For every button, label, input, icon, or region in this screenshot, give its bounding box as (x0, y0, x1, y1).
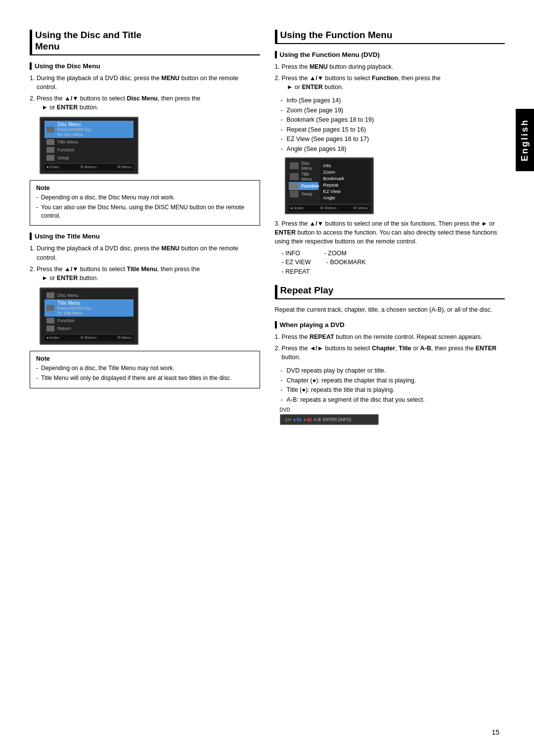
disc-note-item2: You can also use the Disc Menu, using th… (36, 203, 254, 220)
func-info-item: Info (323, 162, 367, 169)
disc-menu-screen-bottom: ● Enter ⑤ Return ⑩ Menu (44, 163, 134, 170)
when-playing-dvd-subheader: When playing a DVD (275, 321, 505, 329)
title-menu-note: Note Depending on a disc, the Title Menu… (30, 351, 260, 388)
repeat-sub2: Chapter (●): repeats the chapter that is… (281, 377, 505, 385)
title-menu-screen: Disc Menu Title Menu Press ENTER key for… (40, 287, 138, 345)
title-note-item1: Depending on a disc, the Title Menu may … (36, 364, 254, 373)
disc-menu-row-discmenu: Disc Menu Press ENTER key for Disc Menu (44, 121, 134, 138)
disc-menu-note-list: Depending on a disc, the Disc Menu may n… (36, 193, 254, 220)
func-row-discmenu: Disc Menu (289, 160, 318, 171)
title-icon (46, 139, 54, 145)
disc-icon2 (46, 292, 54, 298)
function-icon (46, 147, 54, 153)
title-menu-step1: 1. During the playback of a DVD disc, pr… (30, 244, 260, 262)
func-angle-item: Angle (323, 194, 367, 201)
repeat-dvd-screen: CH ● 01 ● 01 A-B ENTER (INFO) (280, 414, 379, 425)
func-repeat-item: Repeat (323, 182, 367, 188)
return-icon (46, 326, 54, 331)
func-menu-step2: 2. Press the ▲/▼ buttons to select Funct… (275, 74, 505, 92)
disc-menu-row-function: Function (44, 146, 134, 154)
repeat-play-section-header: Repeat Play (275, 285, 505, 299)
func-menu-dvd-steps: 1. Press the MENU button during playback… (275, 62, 505, 92)
disc-menu-row-titlemenu: Title Menu (44, 138, 134, 146)
func-menu-dvd-subheader: Using the Function Menu (DVD) (275, 51, 505, 58)
repeat-dvd-steps: 1. Press the REPEAT button on the remote… (275, 332, 505, 362)
disc-menu-row-setup: Setup (44, 154, 134, 162)
func-menu-step1: 1. Press the MENU button during playback… (275, 62, 505, 71)
title-menu-steps: 1. During the playback of a DVD disc, pr… (30, 244, 260, 283)
setup-icon (46, 155, 54, 161)
disc-title-section-title: Using the Disc and Title Menu (32, 30, 260, 55)
func-screen-right: Info Zoom Bookmark Repeat EZ View Angle (320, 160, 370, 203)
disc-menu-subheader: Using the Disc Menu (30, 62, 260, 70)
repeat-sub1: DVD repeats play by chapter or title. (281, 367, 505, 376)
func-row-function: Function (289, 182, 318, 190)
func-zoom-item: Zoom (323, 169, 367, 175)
func-disc-icon (290, 162, 299, 169)
title-menu-row-return: Return (44, 325, 134, 332)
func-menu-screen: Disc Menu Title Menu Function Setup (285, 157, 374, 214)
disc-icon (46, 127, 54, 133)
disc-menu-subtitle: Using the Disc Menu (32, 62, 260, 70)
func-screen-inner: Disc Menu Title Menu Function Setup (289, 160, 370, 203)
title-menu-subtitle: Using the Title Menu (32, 233, 260, 240)
func-zoom: Zoom (See page 19) (281, 106, 505, 115)
func-bookmark: Bookmark (See pages 18 to 19) (281, 116, 505, 125)
title-menu-row-discmenu: Disc Menu (44, 291, 134, 299)
disc-menu-screen: Disc Menu Press ENTER key for Disc Menu … (40, 117, 138, 174)
func-screen-bottom: ● Enter ⑤ Return ⑩ Menu (289, 204, 370, 211)
language-tab: English (516, 109, 534, 171)
func-step3-subitems: - INFO - ZOOM - EZ VIEW - BOOKMARK - REP… (282, 249, 505, 277)
disc-note-item1: Depending on a disc, the Disc Menu may n… (36, 193, 254, 202)
page-container: English Using the Disc and Title Menu Us… (0, 0, 534, 756)
repeat-dvd-step1: 1. Press the REPEAT button on the remote… (275, 332, 505, 341)
repeat-dvd-sub-items: DVD repeats play by chapter or title. Ch… (281, 367, 505, 404)
repeat-sub3: Title (●): repeats the title that is pla… (281, 386, 505, 395)
func-menu-dvd-subtitle: Using the Function Menu (DVD) (277, 51, 505, 58)
disc-menu-step2: 2. Press the ▲/▼ buttons to select Disc … (30, 94, 260, 112)
func-row-titlemenu: Title Menu (289, 171, 318, 182)
title-icon2 (46, 305, 54, 311)
disc-menu-note: Note Depending on a disc, the Disc Menu … (30, 180, 260, 226)
func-step3-repeat: - REPEAT (282, 268, 505, 277)
func-setup-icon (290, 190, 299, 197)
func-function-icon (290, 183, 299, 189)
func-step3-text: 3. Press the ▲/▼ buttons to select one o… (275, 219, 505, 246)
title-menu-note-title: Note (36, 355, 254, 362)
func-title-icon (290, 173, 299, 180)
func-ezview-item: EZ View (323, 188, 367, 194)
func-bookmark-item: Bookmark (323, 175, 367, 182)
func-info: Info (See pages 14) (281, 96, 505, 105)
when-playing-dvd-subtitle: When playing a DVD (277, 321, 505, 329)
func-repeat: Repeat (See pages 15 to 16) (281, 126, 505, 135)
func-row-setup: Setup (289, 190, 318, 198)
repeat-play-section-title: Repeat Play (277, 285, 505, 299)
repeat-sub4: A-B: repeats a segment of the disc that … (281, 396, 505, 405)
title-menu-screen-bottom: ● Enter ⑤ Return ⑩ Menu (44, 334, 134, 341)
func-angle: Angle (See pages 18) (281, 145, 505, 154)
title-menu-step2: 2. Press the ▲/▼ buttons to select Title… (30, 265, 260, 283)
func-step3-info: - INFO - ZOOM (282, 249, 505, 258)
title-menu-subheader: Using the Title Menu (30, 233, 260, 240)
content-area: Using the Disc and Title Menu Using the … (30, 30, 509, 425)
title-menu-row-function: Function (44, 317, 134, 325)
function-menu-section-title: Using the Function Menu (277, 30, 505, 44)
func-screen-left: Disc Menu Title Menu Function Setup (289, 160, 318, 203)
function-icon2 (46, 318, 54, 324)
left-column: Using the Disc and Title Menu Using the … (30, 30, 260, 425)
repeat-dvd-screen-wrap: DVD CH ● 01 ● 01 A-B ENTER (INFO) (280, 407, 505, 425)
right-column: Using the Function Menu Using the Functi… (275, 30, 505, 425)
func-menu-step2-subitems: Info (See pages 14) Zoom (See page 19) B… (281, 96, 505, 153)
func-ezview: EZ View (See pages 16 to 17) (281, 135, 505, 144)
disc-menu-step1: 1. During the playback of a DVD disc, pr… (30, 74, 260, 92)
title-menu-note-list: Depending on a disc, the Title Menu may … (36, 364, 254, 382)
disc-menu-steps: 1. During the playback of a DVD disc, pr… (30, 74, 260, 112)
page-number: 15 (491, 728, 499, 736)
disc-menu-note-title: Note (36, 185, 254, 191)
function-menu-section-header: Using the Function Menu (275, 30, 505, 44)
repeat-dvd-step2: 2. Press the ◄/► buttons to select Chapt… (275, 344, 505, 362)
dvd-label: DVD (280, 407, 505, 413)
title-note-item2: Title Menu will only be displayed if the… (36, 374, 254, 382)
title-menu-row-titlemenu: Title Menu Press ENTER key for Title Men… (44, 299, 134, 317)
disc-title-section-header: Using the Disc and Title Menu (30, 30, 260, 55)
